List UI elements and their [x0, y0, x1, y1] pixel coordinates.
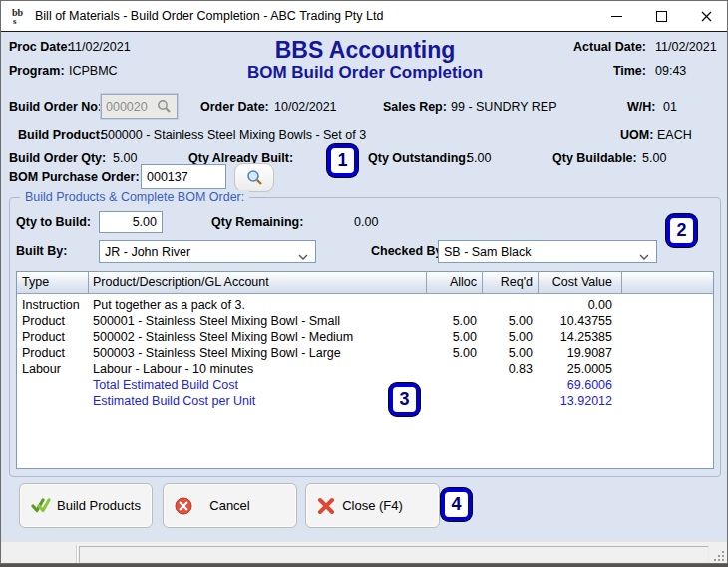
time-value: 09:43 — [655, 64, 686, 78]
built-by-value: JR - John River — [105, 245, 190, 259]
chevron-down-icon — [639, 249, 649, 263]
actual-date-value: 11/02/2021 — [655, 40, 717, 54]
build-products-button[interactable]: Build Products — [19, 483, 153, 528]
col-header-description: Product/Description/GL Account — [93, 275, 269, 289]
red-x-icon — [317, 497, 335, 518]
chevron-down-icon — [298, 249, 308, 263]
qty-remaining-value: 0.00 — [354, 215, 378, 229]
annotation-4: 4 — [441, 488, 472, 521]
qty-outstanding-label: Qty Outstanding: — [368, 151, 470, 165]
table-header: Type Product/Description/GL Account Allo… — [17, 272, 713, 294]
annotation-1: 1 — [327, 144, 358, 177]
qty-to-build-label: Qty to Build: — [16, 215, 91, 229]
cancel-circle-icon — [175, 497, 192, 518]
build-order-qty-label: Build Order Qty: — [9, 151, 106, 165]
table-row[interactable]: Labour Labour - Labour - 10 minutes 0.83… — [17, 362, 713, 378]
actual-date-label: Actual Date: — [572, 40, 646, 54]
close-button[interactable] — [684, 1, 728, 31]
components-table[interactable]: Type Product/Description/GL Account Allo… — [16, 271, 714, 469]
uom-label: UOM: — [620, 128, 653, 142]
wh-label: W/H: — [627, 100, 655, 114]
title-bar[interactable]: bb s Bill of Materials - Build Order Com… — [1, 1, 727, 32]
table-row-total-build-cost: Total Estimated Build Cost 69.6006 — [17, 378, 713, 394]
app-icon: bb s — [10, 6, 30, 26]
status-message-panel — [79, 546, 709, 563]
maximize-button[interactable] — [639, 1, 684, 31]
group-title: Build Products & Complete BOM Order: — [20, 190, 249, 204]
table-row[interactable]: Product 500002 - Stainless Steel Mixing … — [17, 330, 713, 346]
table-row[interactable]: Instruction Put together as a pack of 3.… — [17, 298, 713, 314]
status-bar — [1, 541, 727, 564]
qty-to-build-input[interactable] — [99, 211, 163, 233]
col-header-alloc: Alloc — [431, 275, 477, 289]
build-order-qty-value: 5.00 — [113, 151, 137, 165]
cancel-label: Cancel — [209, 498, 249, 513]
qty-remaining-label: Qty Remaining: — [211, 215, 303, 229]
time-label: Time: — [572, 64, 646, 78]
bom-build-order-completion-window: bb s Bill of Materials - Build Order Com… — [0, 0, 728, 564]
checked-by-select[interactable]: SB - Sam Black — [438, 240, 657, 263]
build-product-value: 500000 - Stainless Steel Mixing Bowls - … — [101, 128, 366, 142]
built-by-select[interactable]: JR - John River — [99, 240, 316, 263]
col-header-reqd: Req'd — [483, 275, 533, 289]
col-header-type: Type — [22, 275, 49, 289]
table-row[interactable]: Product 500003 - Stainless Steel Mixing … — [17, 346, 713, 362]
bom-purchase-order-label: BOM Purchase Order: — [9, 170, 140, 184]
wh-value: 01 — [663, 100, 677, 114]
window-title: Bill of Materials - Build Order Completi… — [35, 9, 383, 23]
bom-purchase-order-lookup-button[interactable] — [234, 163, 274, 192]
qty-outstanding-value: 5.00 — [467, 151, 491, 165]
resize-grip[interactable] — [713, 550, 725, 562]
bom-purchase-order-input[interactable] — [141, 164, 226, 189]
annotation-3: 3 — [389, 383, 420, 416]
build-products-group: Build Products & Complete BOM Order: Qty… — [9, 197, 721, 477]
checked-by-label: Checked By: — [371, 244, 447, 258]
sales-rep-value: 99 - SUNDRY REP — [451, 100, 557, 114]
double-check-icon — [31, 497, 51, 518]
build-order-no-label: Build Order No: — [9, 100, 102, 114]
status-separator — [76, 545, 77, 563]
uom-value: EACH — [657, 128, 692, 142]
minimize-button[interactable] — [594, 1, 639, 31]
build-products-label: Build Products — [57, 498, 141, 513]
search-icon — [246, 169, 263, 186]
svg-text:s: s — [13, 16, 17, 26]
close-f4-label: Close (F4) — [342, 498, 403, 513]
annotation-2: 2 — [666, 214, 697, 247]
sales-rep-label: Sales Rep: — [383, 100, 447, 114]
table-row[interactable]: Product 500001 - Stainless Steel Mixing … — [17, 314, 713, 330]
col-header-cost-value: Cost Value — [539, 275, 612, 289]
minimize-icon — [611, 16, 622, 17]
table-row-cost-per-unit: Estimated Build Cost per Unit 13.92012 — [17, 394, 713, 410]
qty-buildable-label: Qty Buildable: — [552, 151, 637, 165]
build-product-label: Build Product: — [18, 128, 104, 142]
close-f4-button[interactable]: Close (F4) — [305, 483, 440, 528]
qty-buildable-value: 5.00 — [642, 151, 666, 165]
built-by-label: Built By: — [16, 244, 67, 258]
close-icon — [701, 11, 712, 22]
cancel-button[interactable]: Cancel — [163, 483, 297, 528]
maximize-icon — [656, 11, 667, 22]
order-date-label: Order Date: — [200, 100, 269, 114]
checked-by-value: SB - Sam Black — [444, 245, 532, 259]
order-date-value: 10/02/2021 — [274, 100, 337, 114]
build-order-no-lookup-icon — [157, 99, 172, 118]
